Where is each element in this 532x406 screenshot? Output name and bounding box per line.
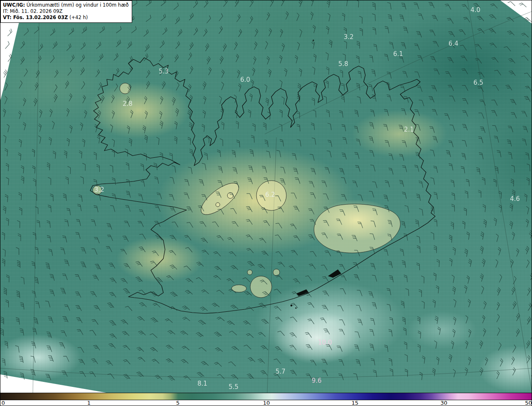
wind-barb	[152, 358, 159, 366]
wind-barb	[310, 167, 315, 175]
wind-barb	[403, 26, 408, 34]
wind-barb	[415, 123, 420, 131]
wind-barb	[339, 263, 345, 271]
map-value-label: 10.0	[318, 339, 332, 346]
wind-barb	[246, 234, 253, 242]
map-value-label: 6.4	[448, 40, 458, 47]
wind-barb	[243, 277, 250, 284]
wind-barb	[247, 0, 254, 7]
wind-barb	[384, 194, 388, 202]
wind-barb	[201, 110, 206, 118]
wind-barb	[258, 263, 265, 271]
wind-barb	[140, 179, 145, 187]
wind-barb	[384, 345, 388, 352]
wind-barb	[170, 264, 177, 271]
wind-barb	[5, 124, 10, 132]
wind-barb	[46, 262, 50, 270]
map-value-label: 3.2	[94, 186, 104, 193]
valid-time-offset: (+42 h)	[68, 15, 88, 20]
wind-barb	[96, 135, 100, 143]
wind-barb	[159, 0, 167, 6]
wind-barb	[230, 208, 236, 215]
wind-barb	[217, 208, 224, 216]
wind-barb	[446, 150, 451, 158]
wind-barb	[290, 332, 297, 339]
wind-barb	[480, 328, 486, 336]
wind-barb	[31, 355, 35, 363]
wind-barb	[322, 369, 328, 377]
map-value-label: 5.5	[229, 383, 239, 391]
wind-barb	[463, 16, 470, 24]
wind-barb	[478, 136, 483, 144]
wind-barb	[342, 124, 346, 132]
wind-barb	[370, 318, 375, 325]
wind-barb	[280, 166, 285, 174]
wind-barb	[138, 193, 143, 201]
wind-barb	[276, 150, 281, 158]
wind-barb	[110, 205, 115, 213]
wind-barb	[110, 277, 116, 285]
wind-barb	[204, 152, 208, 160]
wind-barb	[183, 375, 191, 382]
wind-barb	[192, 28, 199, 35]
wind-barb	[140, 164, 144, 171]
wind-barb	[250, 149, 254, 157]
wind-barb	[167, 375, 175, 382]
wind-barb	[402, 317, 406, 325]
wind-barb	[106, 223, 112, 230]
wind-barb	[64, 44, 72, 51]
wind-barb	[18, 193, 22, 200]
wind-barb	[5, 300, 8, 307]
wind-barb	[524, 340, 531, 348]
wind-barb	[383, 124, 388, 132]
wind-barb	[526, 303, 532, 311]
wind-barb	[372, 69, 376, 77]
wind-barb	[279, 0, 285, 6]
wind-barb	[494, 234, 499, 242]
map-value-label: 2.8	[123, 100, 133, 108]
wind-barb	[276, 251, 283, 258]
wind-barb	[201, 81, 207, 89]
wind-barb	[389, 275, 393, 283]
map-value-label: 2.1	[404, 126, 414, 133]
wind-barb	[170, 97, 176, 105]
wind-barb	[217, 235, 224, 242]
wind-barb	[421, 276, 424, 284]
wind-barb	[176, 29, 183, 37]
wind-barb	[514, 329, 520, 337]
wind-barb	[432, 14, 438, 22]
wind-barb	[106, 360, 113, 367]
wind-barb	[265, 139, 268, 147]
wind-barb	[385, 139, 389, 147]
wind-barb	[298, 68, 302, 76]
wind-barb	[451, 180, 454, 188]
wind-barb	[2, 206, 6, 214]
wind-barb	[144, 81, 150, 89]
wind-barb	[266, 69, 271, 77]
wind-barb	[326, 110, 329, 117]
wind-barb	[312, 137, 316, 145]
wind-barb	[173, 41, 180, 49]
wind-barb	[451, 193, 455, 200]
wind-barb	[263, 41, 268, 49]
wind-barb	[527, 230, 532, 238]
wind-barb	[451, 286, 456, 294]
wind-barb	[263, 220, 270, 227]
wind-barb	[448, 354, 452, 362]
wind-barb	[143, 111, 148, 119]
wind-barb	[419, 208, 423, 216]
wind-barb	[356, 359, 360, 367]
title-line-model: UWC/IG: Úrkomumætti (mm) og vindur i 100…	[3, 2, 129, 8]
wind-barb	[323, 328, 330, 335]
wind-barb	[489, 28, 496, 35]
wind-barb	[78, 67, 85, 75]
wind-barb	[144, 70, 150, 78]
wind-barb	[528, 331, 532, 339]
colorbar-tick: 30	[441, 400, 448, 406]
wind-barb	[514, 249, 520, 257]
model-id: UWC/IG:	[3, 2, 25, 8]
wind-barb	[401, 108, 406, 116]
wind-barb	[293, 55, 298, 63]
wind-barb	[259, 237, 266, 245]
wind-barb	[48, 316, 53, 324]
